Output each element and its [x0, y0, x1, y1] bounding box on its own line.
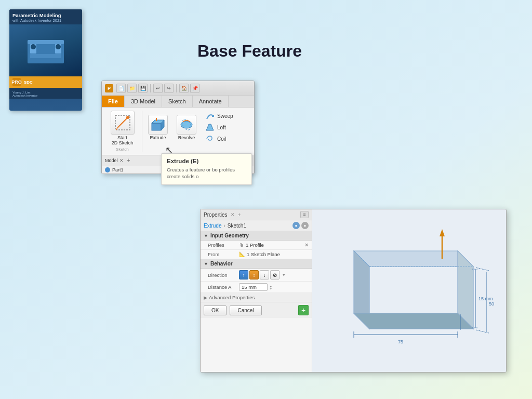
tooltip-desc: Creates a feature or bo profiles create … [167, 166, 246, 180]
book-publisher: SDC [24, 80, 33, 85]
bc-sketch: Sketch1 [228, 223, 246, 229]
distance-arrow: ↕ [269, 284, 272, 291]
model-tab-add[interactable]: + [127, 157, 130, 164]
tab-annotate[interactable]: Annotate [193, 96, 229, 107]
direction-dropdown[interactable]: ▾ [283, 272, 285, 277]
loft-item[interactable]: Loft [205, 122, 233, 132]
tab-file[interactable]: File [102, 96, 125, 107]
bc-icons: ● ● [292, 222, 309, 229]
profiles-row: Profiles 🖱 1 Profile ✕ [201, 241, 312, 250]
save-icon[interactable]: 💾 [138, 84, 148, 93]
bc-extrude[interactable]: Extrude [204, 223, 221, 229]
pro-badge: P [105, 84, 113, 92]
sweep-icon [205, 111, 215, 121]
distance-input[interactable] [239, 283, 268, 291]
advanced-section[interactable]: ▶ Advanced Properties [201, 293, 312, 302]
sketch-label2: Sketch [116, 147, 128, 152]
prop-title: Properties [204, 212, 228, 218]
separator2 [176, 84, 177, 92]
ok-button[interactable]: OK [204, 305, 227, 315]
sweep-item[interactable]: Sweep [205, 111, 233, 121]
svg-text:75: 75 [398, 339, 403, 344]
folder-icon[interactable]: 📁 [127, 84, 137, 93]
profiles-clear[interactable]: ✕ [304, 242, 309, 248]
svg-marker-25 [440, 229, 445, 236]
revolve-icon [177, 115, 196, 135]
book-bottom: Young J. LimAutodesk Inventor [9, 88, 82, 99]
behavior-arrow: ▼ [204, 261, 208, 267]
nav-icons: 📄 📁 💾 ↩ ↪ 🏠 📌 [116, 84, 200, 93]
bc-icon2[interactable]: ● [301, 222, 309, 229]
loft-label: Loft [217, 125, 226, 130]
dir-btn2[interactable]: ↕ [249, 270, 259, 280]
extrude-icon [148, 115, 168, 135]
decorative-blob [0, 170, 88, 347]
prop-x: ✕ [231, 212, 235, 217]
new-icon[interactable]: 📄 [116, 84, 126, 93]
extrude-btn[interactable]: Extrude [144, 115, 171, 140]
part-label: Part1 [112, 167, 124, 172]
3d-model-svg: 15 mm 75 50 [312, 209, 506, 372]
model-tab[interactable]: Model ✕ [105, 158, 124, 163]
sketch-icon [113, 113, 132, 132]
prop-header: Properties ✕ + ≡ [201, 209, 312, 220]
redo-icon[interactable]: ↪ [164, 84, 174, 93]
input-geometry-header[interactable]: ▼ Input Geometry [201, 231, 312, 241]
svg-point-6 [31, 44, 36, 49]
cancel-button[interactable]: Cancel [230, 305, 261, 315]
coil-label: Coil [217, 136, 226, 142]
dir-btn3[interactable]: ↓ [260, 270, 269, 280]
revolve-btn[interactable]: Revolve [173, 115, 200, 140]
tab-sketch[interactable]: Sketch [162, 96, 193, 107]
sketch-group: Start2D Sketch Sketch [106, 111, 142, 152]
distance-row: Distance A ↕ [201, 282, 312, 293]
direction-value: ↑ ↕ ↓ ⊘ ▾ [239, 270, 309, 280]
bc-icon1[interactable]: ● [292, 222, 300, 229]
undo-icon[interactable]: ↩ [153, 84, 163, 93]
from-label: From [208, 251, 239, 257]
svg-rect-2 [28, 40, 64, 44]
coil-item[interactable]: Coil [205, 134, 233, 144]
add-button[interactable]: + [298, 305, 309, 315]
profiles-label: Profiles [208, 242, 239, 248]
dir-btn1[interactable]: ↑ [239, 270, 248, 280]
tab-3dmodel[interactable]: 3D Model [125, 96, 162, 107]
prop-menu-btn[interactable]: ≡ [300, 211, 309, 218]
profiles-text: 1 Profile [246, 242, 264, 248]
svg-marker-19 [206, 124, 214, 130]
prop-breadcrumb: Extrude › Sketch1 ● ● [201, 220, 312, 231]
input-title: Input Geometry [210, 233, 249, 238]
svg-point-10 [126, 116, 129, 119]
extrude-svg [150, 117, 166, 132]
svg-line-35 [476, 268, 489, 271]
dir-btn4[interactable]: ⊘ [270, 270, 280, 280]
prop-footer: OK Cancel + [201, 302, 312, 318]
toolbar-titlebar: P 📄 📁 💾 ↩ ↪ 🏠 📌 [102, 81, 254, 96]
profiles-icon: 🖱 [239, 242, 244, 248]
model-tab-label: Model [105, 158, 118, 163]
prop-header-icons: ≡ [300, 211, 309, 218]
prop-plus[interactable]: + [238, 212, 241, 218]
model-tab-close[interactable]: ✕ [119, 158, 124, 163]
from-text: 1 Sketch Plane [247, 251, 280, 257]
behavior-header[interactable]: ▼ Behavior [201, 259, 312, 269]
pin-icon[interactable]: 📌 [190, 84, 200, 93]
behavior-title: Behavior [210, 261, 233, 267]
loft-icon [205, 122, 215, 132]
direction-btns: ↑ ↕ ↓ ⊘ [239, 270, 280, 280]
svg-point-7 [56, 44, 61, 49]
from-value: 📐 1 Sketch Plane [239, 251, 309, 257]
sweep-label: Sweep [217, 113, 233, 119]
page-title: Base Feature [197, 42, 302, 61]
prop-header-left: Properties ✕ + [204, 212, 241, 218]
home-icon[interactable]: 🏠 [179, 84, 189, 93]
advanced-label: Advanced Properties [209, 295, 255, 300]
revolve-label: Revolve [178, 135, 195, 140]
book-image-area [9, 24, 82, 76]
main-panel: Properties ✕ + ≡ Extrude › Sketch1 ● ● ▼… [200, 209, 507, 373]
side-items: Sweep Loft [202, 111, 233, 144]
from-row: From 📐 1 Sketch Plane [201, 250, 312, 259]
toolbar-tabs: File 3D Model Sketch Annotate [102, 96, 254, 108]
book-pro-badge: PRO [12, 78, 21, 86]
start-2d-sketch-btn[interactable] [111, 111, 135, 135]
